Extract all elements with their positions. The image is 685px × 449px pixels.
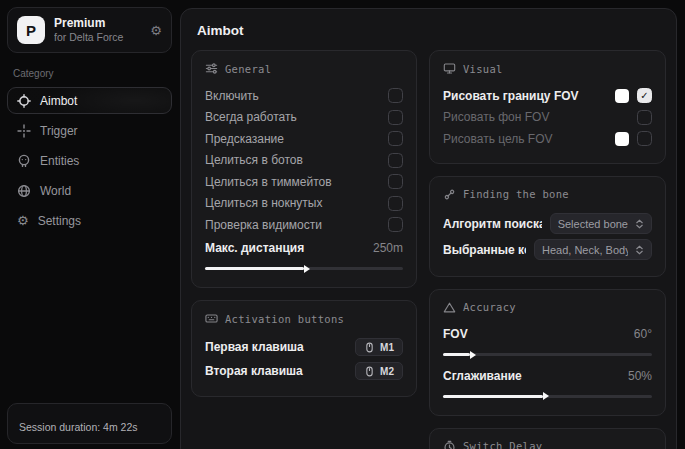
sidebar-item-world[interactable]: World [7,177,172,204]
entities-icon [17,154,31,168]
panel-title: Activation buttons [225,313,344,325]
mouse-icon [364,342,375,353]
setting-row: Рисовать фон FOV [443,107,652,129]
panel-finding-the-bone: Finding the bone Алгоритм поиска кост Se… [429,176,666,277]
selected-bones-select[interactable]: Head, Neck, Body, Pe.. [534,239,652,260]
sidebar-item-label: World [40,184,71,198]
slider-value: 60° [634,327,652,341]
max-distance-slider[interactable] [205,267,403,270]
keyboard-icon [205,312,218,325]
session-card: Session duration: 4m 22s [7,403,172,444]
checkbox[interactable] [388,196,403,211]
sidebar-item-label: Trigger [40,124,78,138]
brand-title: Premium [54,16,141,31]
select-value: Head, Neck, Body, Pe.. [542,244,628,256]
bone-icon [443,188,456,201]
monitor-icon [443,62,456,75]
checkbox[interactable] [388,217,403,232]
setting-row: Вторая клавиша M2 [205,359,403,383]
setting-row: Предсказание [205,128,403,150]
main-content: Aimbot General Включить [180,8,677,449]
checkbox[interactable] [388,88,403,103]
setting-row: Целиться в тиммейтов [205,171,403,193]
triangle-icon [443,301,456,314]
brand-text: Premium for Delta Force [54,16,141,44]
trigger-crosshair-icon [17,124,31,138]
keybind-label: M2 [380,366,394,377]
sidebar-nav: Aimbot Trigger Entities [7,87,172,234]
setting-row: Макс. дистанция 250m [205,238,403,260]
crosshair-icon [17,94,31,108]
color-swatch[interactable] [615,132,629,146]
panel-general: General Включить Всегда работать Предска… [191,50,417,288]
panel-title: Switch Delay [463,440,542,449]
brand-logo: P [17,16,45,44]
setting-row: Выбранные кос Head, Neck, Body, Pe.. [443,237,652,263]
panel-accuracy: Accuracy FOV 60° Сглаживание 50% [429,289,666,416]
gear-icon[interactable]: ⚙ [150,24,162,37]
setting-row: Всегда работать [205,107,403,129]
keybind-button[interactable]: M1 [355,338,403,356]
checkbox[interactable] [637,110,652,125]
sidebar-item-entities[interactable]: Entities [7,147,172,174]
fov-slider[interactable] [443,353,652,356]
slider-value: 50% [628,369,652,383]
category-label: Category [13,68,172,79]
chevron-updown-icon [635,245,644,255]
sidebar-item-label: Aimbot [40,94,77,108]
setting-row: Целиться в нокнутых [205,193,403,215]
panel-title: Visual [463,63,503,75]
brand-subtitle: for Delta Force [54,31,141,44]
sidebar: P Premium for Delta Force ⚙ Category Aim… [0,0,179,449]
mouse-icon [364,366,375,377]
setting-row: Рисовать границу FOV [443,85,652,107]
gear-icon: ⚙ [17,214,29,227]
setting-row: Целиться в ботов [205,150,403,172]
panel-title: Accuracy [463,301,516,313]
globe-icon [17,184,31,198]
setting-row: Первая клавиша M1 [205,335,403,359]
setting-row: Сглаживание 50% [443,365,652,387]
page-title: Aimbot [189,21,668,50]
panel-visual: Visual Рисовать границу FOV Рисовать фон… [429,50,666,164]
setting-row: Рисовать цель FOV [443,128,652,150]
setting-row: Включить [205,85,403,107]
setting-row: FOV 60° [443,324,652,346]
setting-row: Проверка видимости [205,214,403,236]
session-duration: Session duration: 4m 22s [19,421,137,433]
panel-activation-buttons: Activation buttons Первая клавиша M1 [191,300,417,397]
bone-algorithm-select[interactable]: Selected bone [550,213,652,234]
select-value: Selected bone [558,218,628,230]
slider-value: 250m [373,241,403,255]
panel-title: Finding the bone [463,188,569,200]
checkbox[interactable] [388,153,403,168]
chevron-updown-icon [635,219,644,229]
keybind-button[interactable]: M2 [355,362,403,380]
checkbox[interactable] [388,131,403,146]
slider-fill [443,395,543,398]
checkbox[interactable] [388,174,403,189]
sidebar-item-label: Settings [38,214,81,228]
clock-icon [443,440,456,449]
panel-switch-delay: Switch Delay Задержка переключения Задер… [429,428,666,449]
slider-fill [443,353,470,356]
sidebar-item-aimbot[interactable]: Aimbot [7,87,172,114]
setting-row: Алгоритм поиска кост Selected bone [443,211,652,237]
slider-fill [205,267,304,270]
checkbox[interactable] [637,88,652,103]
color-swatch[interactable] [615,89,629,103]
panel-title: General [225,63,271,75]
checkbox[interactable] [388,110,403,125]
sidebar-item-settings[interactable]: ⚙ Settings [7,207,172,234]
keybind-label: M1 [380,342,394,353]
checkbox[interactable] [637,131,652,146]
brand-card: P Premium for Delta Force ⚙ [7,7,172,53]
sidebar-item-label: Entities [40,154,79,168]
sidebar-item-trigger[interactable]: Trigger [7,117,172,144]
smoothing-slider[interactable] [443,395,652,398]
sliders-icon [205,62,218,75]
